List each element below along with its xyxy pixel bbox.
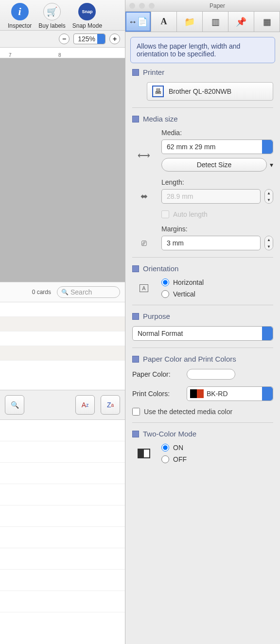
colors-section: Paper Color and Print Colors Paper Color… [132,348,273,416]
section-marker-icon [132,69,139,76]
margins-label: Margins: [161,225,273,233]
list-item[interactable] [0,441,125,463]
orientation-icon: A [140,284,148,292]
tab-layout[interactable]: ▥ [203,12,228,32]
zoom-out-button[interactable]: − [59,34,70,44]
colors-heading: Paper Color and Print Colors [143,355,236,363]
sort-desc-button[interactable]: Za [101,395,120,415]
section-description: Allows the paper length, width and orien… [130,37,275,63]
text-icon: A [161,17,167,27]
orientation-radio-group: Horizontal Vertical [161,278,273,298]
search-tool-button[interactable]: 🔍 [5,395,24,415]
inspector-label: Inspector [8,22,32,29]
inspector-titlebar: Paper [125,0,280,12]
purpose-select[interactable]: Normal Format [132,326,273,341]
two-color-section: Two-Color Mode ON OFF [132,422,273,463]
list-item[interactable] [0,570,125,591]
radio[interactable] [161,290,169,298]
cards-bar: 0 cards Search [0,282,125,302]
list-item[interactable] [0,420,125,441]
inspector-content: Printer 🖶 Brother QL-820NWB Media size M… [125,68,280,644]
list-item[interactable] [0,548,125,570]
zoom-window-button[interactable] [149,3,155,9]
auto-length-box[interactable] [161,210,169,218]
tab-pin[interactable]: 📌 [228,12,254,32]
radio[interactable] [161,455,169,463]
margins-icon: ⎚ [141,238,147,248]
printer-section: Printer 🖶 Brother QL-820NWB [132,68,273,101]
radio[interactable] [161,278,169,286]
radio[interactable] [161,444,169,452]
two-color-heading: Two-Color Mode [143,430,196,438]
paper-icon: ↔📄 [128,17,148,27]
length-input[interactable]: 28.9 mm [161,189,261,204]
list-row[interactable] [0,331,125,346]
close-window-button[interactable] [129,3,135,9]
tab-text[interactable]: A [151,12,177,32]
tab-table[interactable]: ▦ [254,12,280,32]
list-item[interactable] [0,505,125,527]
stepper-down[interactable]: ▼ [265,196,273,203]
list-row[interactable] [0,302,125,317]
snap-mode-button[interactable]: Snap Mode [72,3,102,29]
length-label: Length: [161,178,273,186]
detected-color-checkbox[interactable]: Use the detected media color [132,408,273,416]
buy-labels-label: Buy labels [38,22,65,29]
auto-length-checkbox[interactable]: Auto length [161,210,273,218]
table-icon: ▦ [263,17,271,27]
zoom-bar: − 125% + [0,31,125,48]
list-row[interactable] [0,317,125,331]
paper-color-label: Paper Color: [132,370,181,378]
canvas-area[interactable] [0,58,125,282]
list-item[interactable] [0,591,125,612]
list-item[interactable] [0,484,125,505]
detect-size-button[interactable]: Detect Size [161,158,267,172]
two-color-off[interactable]: OFF [161,455,273,463]
paper-color-swatch[interactable] [187,369,235,380]
print-colors-select[interactable]: BK-RD [187,386,273,401]
list-item[interactable] [0,463,125,484]
stepper-up[interactable]: ▲ [265,190,273,196]
section-marker-icon [132,313,139,320]
purpose-value: Normal Format [138,330,183,337]
auto-length-label: Auto length [173,210,208,218]
printer-select-button[interactable]: 🖶 Brother QL-820NWB [147,82,273,101]
vertical-label: Vertical [173,290,195,298]
buy-labels-button[interactable]: Buy labels [38,3,65,29]
sort-asc-button[interactable]: Az [75,395,95,415]
inspector-button[interactable]: Inspector [8,3,32,29]
two-color-on[interactable]: ON [161,444,273,452]
dropdown-arrow-icon[interactable]: ▾ [270,161,273,169]
print-colors-label: Print Colors: [132,390,181,398]
minimize-window-button[interactable] [139,3,145,9]
stepper-down[interactable]: ▼ [265,243,273,250]
tab-folder[interactable]: 📁 [177,12,203,32]
print-colors-value: BK-RD [207,390,228,398]
media-size-section: Media size Media: ⟷ 62 mm x 29 mm Detect… [132,107,273,250]
orientation-vertical[interactable]: Vertical [161,290,273,298]
bkrd-icon [190,389,204,398]
cards-count: 0 cards [32,289,51,296]
media-select[interactable]: 62 mm x 29 mm [161,139,273,154]
search-input[interactable]: Search [57,286,120,298]
purpose-heading: Purpose [143,312,170,320]
media-value: 62 mm x 29 mm [167,143,215,151]
orientation-horizontal[interactable]: Horizontal [161,278,273,286]
zoom-select[interactable]: 125% [73,34,105,44]
snap-mode-label: Snap Mode [72,22,102,29]
section-marker-icon [132,265,139,272]
stepper-up[interactable]: ▲ [265,236,273,243]
list-item[interactable] [0,527,125,548]
inspector-panel: Paper ↔📄 A 📁 ▥ 📌 ▦ Allows the paper leng… [125,0,280,644]
off-label: OFF [173,455,187,463]
list-row[interactable] [0,346,125,361]
zoom-in-button[interactable]: + [109,34,120,44]
margins-input[interactable]: 3 mm [161,236,261,250]
ruler-mark: 7 [9,52,12,58]
detect-size-label: Detect Size [197,161,232,169]
detected-color-box[interactable] [132,408,140,416]
tab-paper[interactable]: ↔📄 [125,12,151,32]
orientation-heading: Orientation [143,264,178,273]
margins-stepper[interactable]: ▲▼ [264,236,273,250]
length-stepper[interactable]: ▲▼ [264,189,273,204]
